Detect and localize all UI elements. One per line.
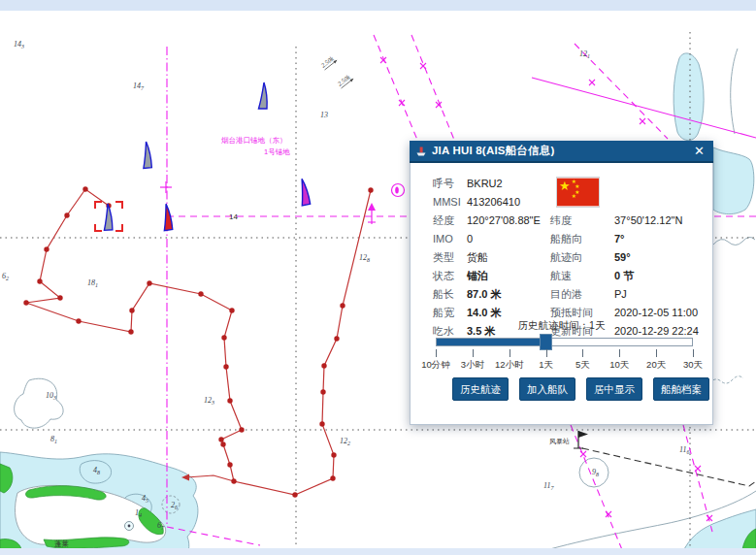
track-point[interactable] <box>331 452 336 457</box>
slider-tick <box>546 349 547 357</box>
track-point[interactable] <box>320 389 325 394</box>
track-point[interactable] <box>128 329 133 334</box>
track-point[interactable] <box>319 421 324 426</box>
depth-sounding: 98 <box>592 468 599 477</box>
china-flag: ★★★★★ <box>557 178 599 207</box>
window-top-strip <box>0 0 756 11</box>
depth-sounding: 128 <box>359 253 370 263</box>
track-point[interactable] <box>218 437 223 441</box>
track-point[interactable] <box>64 212 69 217</box>
route-line <box>374 35 417 140</box>
field-value: 59° <box>614 250 631 264</box>
route-line <box>532 78 756 138</box>
track-point[interactable] <box>198 291 203 296</box>
light-symbol <box>395 186 399 193</box>
field-value: 87.0 米 <box>467 287 501 301</box>
field-value: 货船 <box>467 250 488 264</box>
ais-ship-target[interactable] <box>259 82 268 109</box>
ais-info-popup: JIA HUI 8(AIS船台信息) ✕ 呼号BKRU2MMSI41320641… <box>410 141 713 425</box>
depth-contour <box>731 49 738 134</box>
track-point[interactable] <box>221 335 226 340</box>
track-point[interactable] <box>129 308 134 312</box>
depth-sounding: 121 <box>579 49 590 59</box>
popup-title: JIA HUI 8(AIS船台信息) <box>432 144 555 158</box>
action-button[interactable]: 船舶档案 <box>653 377 709 401</box>
field-value: 120°27'08.88"E <box>467 213 541 227</box>
track-point[interactable] <box>227 462 232 467</box>
track-point[interactable] <box>147 280 151 285</box>
ais-ship-target[interactable] <box>297 179 311 206</box>
depth-sounding: 116 <box>679 445 689 455</box>
track-point[interactable] <box>229 308 234 312</box>
depth-sounding: 143 <box>14 40 24 49</box>
track-point[interactable] <box>23 300 28 305</box>
depth-contour <box>713 237 755 245</box>
field-label: 航速 <box>550 269 572 282</box>
track-point[interactable] <box>292 492 297 497</box>
slider-handle[interactable] <box>540 334 552 350</box>
field-label: 类型 <box>433 250 454 264</box>
field-value: 413206410 <box>467 195 520 209</box>
depth-sounding: 123 <box>204 396 214 406</box>
route-line <box>411 35 454 140</box>
ship-track <box>26 189 371 495</box>
station-flag-symbol <box>578 431 588 438</box>
ais-ship-target[interactable] <box>141 142 151 169</box>
track-point[interactable] <box>227 398 232 403</box>
chart-label: 蓬莱 <box>54 539 70 548</box>
track-point[interactable] <box>231 478 236 483</box>
track-point[interactable] <box>57 295 62 300</box>
ais-ship-target[interactable] <box>161 204 173 231</box>
chart-label: 风暴站 <box>549 438 570 445</box>
field-value: BKRU2 <box>467 177 503 190</box>
svg-text:2.50k: 2.50k <box>336 73 351 86</box>
field-value: 0 节 <box>614 269 634 282</box>
slider-tick <box>509 349 510 357</box>
field-value: PJ <box>614 287 627 301</box>
field-label: 经度 <box>433 213 454 227</box>
app-window: 1431471312112818162123103811221171169848… <box>0 0 756 555</box>
current-annotation: 2.50k <box>319 53 338 71</box>
field-label: MMSI <box>433 195 461 209</box>
track-point[interactable] <box>44 246 49 251</box>
chart-label: 烟台港口锚地（东） <box>221 136 287 145</box>
track-point[interactable] <box>82 186 87 191</box>
depth-sounding: 81 <box>50 435 57 444</box>
field-label: IMO <box>433 232 453 245</box>
info-row: 状态锚泊航速0 节 <box>411 269 712 287</box>
svg-text:★: ★ <box>559 179 571 193</box>
info-row: 船长87.0 米目的港PJ <box>411 287 712 306</box>
info-row: IMO0船艏向7° <box>411 232 712 250</box>
track-point[interactable] <box>239 427 244 432</box>
track-point[interactable] <box>368 187 373 192</box>
field-value: 锚泊 <box>467 269 488 282</box>
track-point[interactable] <box>76 318 81 323</box>
action-button[interactable]: 居中显示 <box>586 377 642 401</box>
field-label: 预抵时间 <box>550 306 593 319</box>
action-button[interactable]: 加入船队 <box>519 377 575 401</box>
info-row: 类型货船航迹向59° <box>411 250 712 269</box>
track-point[interactable] <box>334 336 339 341</box>
popup-header[interactable]: JIA HUI 8(AIS船台信息) ✕ <box>410 141 713 163</box>
depth-sounding: 122 <box>340 437 350 446</box>
current-annotation: 2.50k <box>336 72 354 89</box>
track-point[interactable] <box>223 364 228 369</box>
track-point[interactable] <box>340 303 345 308</box>
window-bottom-strip <box>0 548 756 555</box>
chart-label: 14 <box>229 212 238 221</box>
slider-tick <box>693 349 694 357</box>
track-point[interactable] <box>330 475 335 480</box>
ais-ship-target[interactable] <box>103 204 113 231</box>
rock-symbol <box>128 525 131 528</box>
depth-contour <box>15 378 64 428</box>
info-row: 经度120°27'08.88"E纬度37°50'12.12"N <box>411 213 712 232</box>
track-point[interactable] <box>37 278 42 283</box>
track-point[interactable] <box>220 441 225 446</box>
field-label: 航迹向 <box>550 250 582 264</box>
close-icon[interactable]: ✕ <box>691 145 707 157</box>
action-button[interactable]: 历史航迹 <box>452 377 509 401</box>
track-point[interactable] <box>321 363 326 368</box>
depth-sounding: 103 <box>46 391 56 401</box>
depth-sounding: 181 <box>87 278 98 288</box>
history-time-slider[interactable] <box>436 338 693 346</box>
